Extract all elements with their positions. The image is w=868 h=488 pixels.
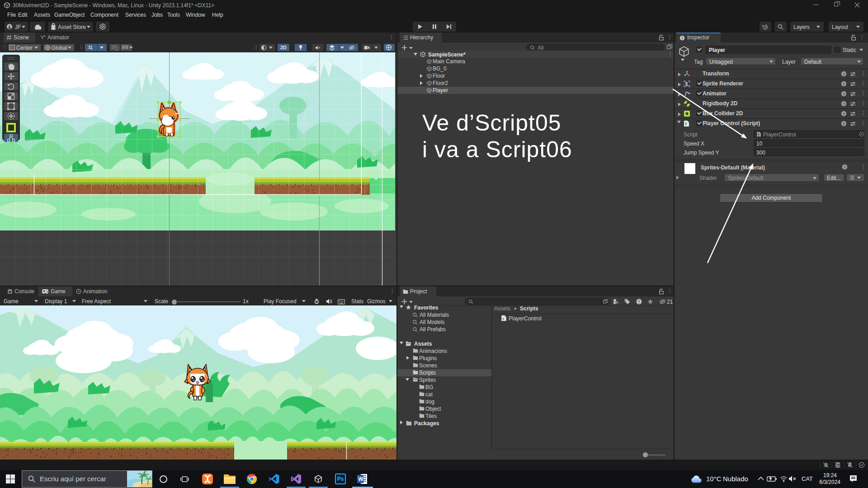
svg-text:#: # <box>502 317 505 321</box>
svg-text:?: ? <box>843 122 845 126</box>
svg-text:?: ? <box>843 82 845 86</box>
svg-text:?: ? <box>843 72 845 76</box>
svg-text:?: ? <box>844 165 846 169</box>
svg-text:Y: Y <box>91 47 93 51</box>
svg-text:?: ? <box>843 112 845 116</box>
svg-text:?: ? <box>843 102 845 106</box>
svg-text:?: ? <box>843 92 845 96</box>
